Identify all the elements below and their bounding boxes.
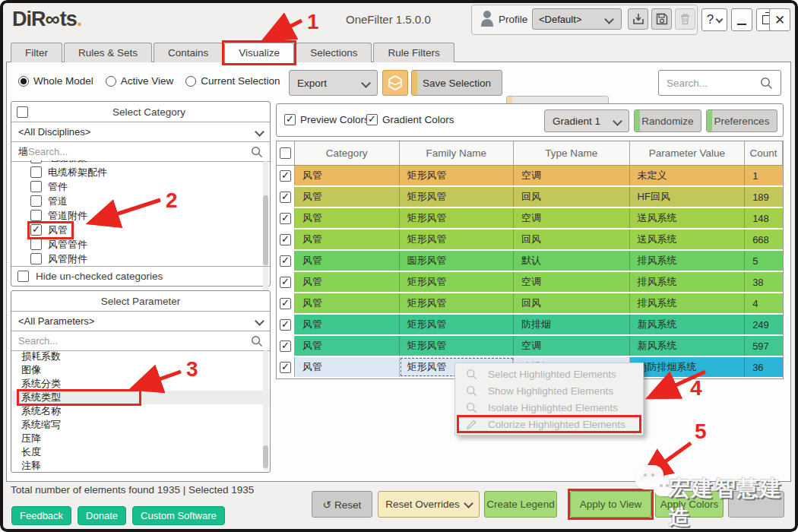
row-checkbox[interactable] bbox=[280, 298, 291, 309]
parameter-item[interactable]: 长度 bbox=[12, 445, 269, 459]
value-cell[interactable]: 送风系统 bbox=[630, 230, 746, 249]
parameter-item[interactable]: 注释 bbox=[12, 459, 269, 471]
table-row[interactable]: 风管矩形风管防排烟新风系统249 bbox=[277, 315, 783, 336]
export-dropdown[interactable]: Export bbox=[289, 70, 378, 96]
preview-colors-option[interactable]: Preview Colors bbox=[284, 114, 369, 125]
action-button-apply-colors[interactable]: Apply Colors bbox=[655, 491, 724, 518]
close-button[interactable]: ✕ bbox=[769, 8, 790, 31]
save-selection-button[interactable]: Save Selection bbox=[411, 70, 502, 96]
count-cell[interactable]: 189 bbox=[745, 187, 783, 207]
category-cell[interactable]: 风管 bbox=[295, 272, 400, 292]
value-cell[interactable]: 排风系统 bbox=[630, 251, 746, 271]
category-checkbox[interactable] bbox=[30, 160, 42, 163]
save-profile-button[interactable] bbox=[651, 8, 672, 30]
category-item[interactable]: 电缆桥架配件 bbox=[12, 165, 269, 179]
count-cell[interactable]: 597 bbox=[745, 336, 783, 356]
category-cell[interactable]: 风管 bbox=[295, 357, 400, 377]
type-cell[interactable]: 空调 bbox=[514, 208, 630, 228]
scope-option-whole-model[interactable]: Whole Model bbox=[18, 75, 93, 87]
parameters-dropdown[interactable]: <All Parameters> bbox=[11, 312, 270, 331]
scope-option-active-view[interactable]: Active View bbox=[106, 75, 174, 87]
tab-rule-filters[interactable]: Rule Filters bbox=[373, 43, 454, 62]
link-button-custom-software[interactable]: Custom Software bbox=[132, 506, 225, 525]
context-menu-item-colorize[interactable]: Colorize Highlighted Elements bbox=[455, 416, 643, 432]
family-cell[interactable]: 圆形风管 bbox=[400, 251, 515, 271]
minimize-button[interactable] bbox=[731, 8, 752, 31]
table-row[interactable]: 风管矩形风管空调排风系统38 bbox=[277, 272, 783, 293]
count-cell[interactable]: 4 bbox=[745, 293, 783, 313]
main-search-input[interactable]: Search... bbox=[658, 70, 781, 96]
category-checkbox[interactable] bbox=[30, 210, 42, 221]
category-item[interactable]: 风管管件 bbox=[12, 237, 269, 252]
count-cell[interactable]: 249 bbox=[745, 315, 783, 334]
family-cell[interactable]: 矩形风管 bbox=[400, 336, 515, 356]
table-row[interactable]: 风管矩形风管回风送风系统668 bbox=[277, 230, 783, 251]
parameter-item[interactable]: 系统缩写 bbox=[12, 418, 269, 432]
category-cell[interactable]: 风管 bbox=[295, 315, 400, 334]
select-all-rows-checkbox[interactable] bbox=[280, 147, 291, 159]
table-row[interactable]: 风管矩形风管回风HF回风189 bbox=[277, 187, 783, 208]
action-button-create-legend[interactable]: Create Legend bbox=[484, 491, 557, 518]
table-row[interactable]: 风管圆形风管默认排风系统5 bbox=[277, 251, 783, 272]
row-checkbox[interactable] bbox=[280, 192, 291, 203]
type-cell[interactable]: 防排烟 bbox=[514, 315, 630, 334]
category-checkbox[interactable] bbox=[30, 253, 42, 264]
category-scrollbar[interactable] bbox=[263, 161, 268, 309]
category-item[interactable]: 风管附件 bbox=[12, 252, 269, 266]
action-button-apply-to-view[interactable]: Apply to View bbox=[570, 491, 651, 518]
value-cell[interactable]: 新风系统 bbox=[630, 315, 746, 334]
count-cell[interactable]: 36 bbox=[745, 357, 783, 377]
category-checkbox[interactable] bbox=[30, 224, 42, 236]
category-checkbox[interactable] bbox=[30, 181, 42, 192]
link-button-donate[interactable]: Donate bbox=[78, 506, 126, 525]
count-cell[interactable]: 1 bbox=[745, 166, 783, 185]
category-cell[interactable]: 风管 bbox=[295, 208, 400, 228]
row-checkbox[interactable] bbox=[280, 170, 291, 182]
type-cell[interactable]: 回风 bbox=[514, 187, 630, 207]
value-cell[interactable]: 排风系统 bbox=[630, 272, 746, 292]
count-cell[interactable]: 148 bbox=[745, 208, 783, 228]
category-cell[interactable]: 风管 bbox=[295, 187, 400, 207]
category-checkbox[interactable] bbox=[30, 195, 42, 207]
isolate-hex-button[interactable] bbox=[382, 70, 408, 96]
value-cell[interactable]: 新风系统 bbox=[630, 336, 746, 356]
tab-selections[interactable]: Selections bbox=[296, 43, 372, 62]
row-checkbox[interactable] bbox=[280, 277, 291, 288]
parameter-item[interactable]: 系统名称 bbox=[12, 404, 269, 418]
category-cell[interactable]: 风管 bbox=[295, 251, 400, 271]
preview-colors-checkbox[interactable] bbox=[284, 114, 296, 125]
radio-selected[interactable] bbox=[18, 76, 29, 87]
type-cell[interactable]: 回风 bbox=[514, 293, 630, 313]
row-checkbox[interactable] bbox=[280, 340, 291, 352]
radio-unselected[interactable] bbox=[106, 76, 116, 87]
context-menu-item-isolate[interactable]: Isolate Highlighted Elements bbox=[455, 399, 643, 416]
count-cell[interactable]: 668 bbox=[745, 230, 783, 249]
category-checkbox[interactable] bbox=[30, 166, 42, 178]
family-cell[interactable]: 矩形风管 bbox=[400, 315, 515, 334]
action-button--reset[interactable]: ↺ Reset bbox=[312, 491, 372, 518]
column-header[interactable]: Category bbox=[295, 141, 400, 165]
context-menu-item-select[interactable]: Select Highlighted Elements bbox=[455, 366, 643, 382]
gradient-colors-option[interactable]: Gradient Colors bbox=[366, 114, 454, 125]
tab-rules-sets[interactable]: Rules & Sets bbox=[64, 43, 152, 62]
category-cell[interactable]: 风管 bbox=[295, 166, 400, 185]
row-checkbox[interactable] bbox=[280, 319, 291, 331]
type-cell[interactable]: 默认 bbox=[514, 251, 630, 271]
table-row[interactable]: 风管矩形风管回风排风系统4 bbox=[277, 293, 783, 315]
tab-filter[interactable]: Filter bbox=[11, 43, 62, 62]
randomize-button[interactable]: Randomize bbox=[634, 109, 701, 132]
parameter-scrollbar[interactable] bbox=[263, 350, 268, 470]
column-header[interactable]: Parameter Value bbox=[630, 141, 746, 165]
count-cell[interactable]: 5 bbox=[745, 251, 783, 271]
family-cell[interactable]: 矩形风管 bbox=[400, 187, 515, 207]
scope-option-current-selection[interactable]: Current Selection bbox=[185, 75, 280, 87]
type-cell[interactable]: 回风 bbox=[514, 230, 630, 249]
value-cell[interactable]: 排风系统 bbox=[630, 293, 746, 313]
parameter-search-input[interactable]: Search... bbox=[11, 331, 270, 351]
value-cell[interactable]: 送风系统 bbox=[630, 208, 746, 228]
type-cell[interactable]: 空调 bbox=[514, 166, 630, 185]
hide-unchecked-checkbox[interactable] bbox=[17, 271, 29, 282]
gradient-dropdown[interactable]: Gradient 1 bbox=[544, 109, 629, 132]
help-button[interactable]: ? bbox=[701, 8, 727, 31]
value-cell[interactable]: 未定义 bbox=[630, 166, 746, 185]
